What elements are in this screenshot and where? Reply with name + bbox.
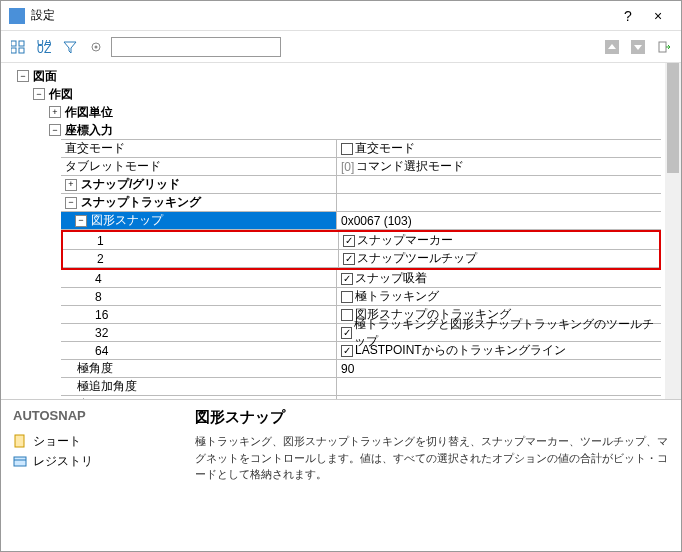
prop-val: コマンド選択モード	[356, 158, 464, 175]
checkbox-unchecked[interactable]	[341, 143, 353, 155]
svg-rect-1	[19, 41, 24, 46]
titlebar: 設定 ? ×	[1, 1, 681, 31]
prop-bit-32[interactable]: 32 ✓極トラッキングと図形スナップトラッキングのツールチップ	[61, 324, 661, 342]
expand-icon[interactable]: +	[65, 179, 77, 191]
info-panel: AUTOSNAP ショート レジストリ 図形スナップ 極トラッキング、図形スナッ…	[1, 399, 681, 475]
settings-tree[interactable]: −図面 −作図 +作図単位 −座標入力 直交モード 直交モード タブレットモード…	[1, 63, 681, 399]
filter-icon[interactable]	[59, 36, 81, 58]
svg-rect-0	[11, 41, 16, 46]
link-short[interactable]: ショート	[13, 431, 183, 451]
prop-key: 32	[95, 326, 108, 340]
prop-key: 直交モード	[65, 140, 125, 157]
gear-icon[interactable]	[85, 36, 107, 58]
description: 図形スナップ 極トラッキング、図形スナップトラッキングを切り替え、スナップマーカ…	[195, 408, 669, 467]
prop-bit-2[interactable]: 2 ✓スナップツールチップ	[63, 250, 659, 268]
link-label: ショート	[33, 433, 81, 450]
export-icon[interactable]	[653, 36, 675, 58]
window-title: 設定	[31, 7, 613, 24]
document-icon	[13, 434, 27, 448]
prop-val: 0x0001 (1)	[341, 398, 398, 400]
svg-text:0: 0	[37, 42, 44, 54]
registry-icon	[13, 454, 27, 468]
prop-bit-1[interactable]: 1 ✓スナップマーカー	[63, 232, 659, 250]
svg-rect-13	[15, 435, 24, 447]
collapse-icon[interactable]: −	[75, 215, 87, 227]
svg-rect-14	[14, 457, 26, 466]
checkbox-checked[interactable]: ✓	[341, 345, 353, 357]
tree-label: 作図単位	[65, 104, 113, 121]
prop-key: タブレットモード	[65, 158, 161, 175]
tree-label: 作図	[49, 86, 73, 103]
expand-icon[interactable]: +	[49, 106, 61, 118]
prop-val: LASTPOINTからのトラッキングライン	[355, 342, 566, 359]
up-icon[interactable]	[601, 36, 623, 58]
prop-snapgrid[interactable]: +スナップ/グリッド	[61, 176, 661, 194]
autosnap-heading: AUTOSNAP	[13, 408, 183, 423]
prop-key: 極モード	[81, 396, 129, 399]
checkbox-unchecked[interactable]	[341, 291, 353, 303]
prop-key: スナップ/グリッド	[81, 176, 180, 193]
prop-val: スナップ吸着	[355, 270, 427, 287]
prop-key: 1	[97, 234, 104, 248]
expand-icon[interactable]: +	[65, 399, 77, 400]
checkbox-checked[interactable]: ✓	[341, 273, 353, 285]
desc-heading: 図形スナップ	[195, 408, 669, 427]
tree-label: 図面	[33, 68, 57, 85]
prop-osnap-selected[interactable]: −図形スナップ 0x0067 (103)	[61, 212, 661, 230]
highlighted-rows: 1 ✓スナップマーカー 2 ✓スナップツールチップ	[61, 230, 661, 270]
scroll-thumb[interactable]	[667, 63, 679, 173]
prop-key: 極角度	[77, 360, 113, 377]
prop-key: 2	[97, 252, 104, 266]
prop-val: 直交モード	[355, 140, 415, 157]
svg-rect-2	[11, 48, 16, 53]
checkbox-checked[interactable]: ✓	[343, 235, 355, 247]
down-icon[interactable]	[627, 36, 649, 58]
svg-point-9	[95, 45, 98, 48]
prop-val: 極トラッキング	[355, 288, 439, 305]
prop-val: 0x0067 (103)	[341, 214, 412, 228]
prop-snaptrack[interactable]: −スナップトラッキング	[61, 194, 661, 212]
prop-key: 4	[95, 272, 102, 286]
desc-text: 極トラッキング、図形スナップトラッキングを切り替え、スナップマーカー、ツールチッ…	[195, 433, 669, 483]
collapse-icon[interactable]: −	[17, 70, 29, 82]
prop-key: 64	[95, 344, 108, 358]
main-area: −図面 −作図 +作図単位 −座標入力 直交モード 直交モード タブレットモード…	[1, 63, 681, 475]
prop-key: 図形スナップ	[91, 212, 163, 229]
tree-node-root[interactable]: −図面	[1, 67, 681, 85]
collapse-icon[interactable]: −	[49, 124, 61, 136]
scrollbar[interactable]	[665, 63, 681, 399]
prop-ortho[interactable]: 直交モード 直交モード	[61, 140, 661, 158]
prop-key: 16	[95, 308, 108, 322]
checkbox-unchecked[interactable]	[341, 309, 353, 321]
link-registry[interactable]: レジストリ	[13, 451, 183, 471]
sort-icon[interactable]: 0A0Z	[33, 36, 55, 58]
svg-text:Z: Z	[44, 42, 51, 54]
prop-polang[interactable]: 極角度 90	[61, 360, 661, 378]
tree-view-icon[interactable]	[7, 36, 29, 58]
app-icon	[9, 8, 25, 24]
prop-key: スナップトラッキング	[81, 194, 201, 211]
search-input[interactable]	[111, 37, 281, 57]
prop-key: 極追加角度	[77, 378, 137, 395]
tree-node-coord[interactable]: −座標入力	[1, 121, 681, 139]
checkbox-checked[interactable]: ✓	[343, 253, 355, 265]
toolbar: 0A0Z	[1, 31, 681, 63]
prop-bit-64[interactable]: 64 ✓LASTPOINTからのトラッキングライン	[61, 342, 661, 360]
collapse-icon[interactable]: −	[65, 197, 77, 209]
prop-bit-4[interactable]: 4 ✓スナップ吸着	[61, 270, 661, 288]
prop-val: スナップマーカー	[357, 232, 453, 249]
checkbox-checked[interactable]: ✓	[341, 327, 352, 339]
side-links: AUTOSNAP ショート レジストリ	[13, 408, 183, 467]
collapse-icon[interactable]: −	[33, 88, 45, 100]
prop-tablet[interactable]: タブレットモード [0]コマンド選択モード	[61, 158, 661, 176]
prop-bit-8[interactable]: 8 極トラッキング	[61, 288, 661, 306]
prop-poladd[interactable]: 極追加角度	[61, 378, 661, 396]
prop-polmode[interactable]: +極モード 0x0001 (1)	[61, 396, 661, 399]
close-button[interactable]: ×	[643, 8, 673, 24]
prop-key: 8	[95, 290, 102, 304]
tree-node-drawing[interactable]: −作図	[1, 85, 681, 103]
tree-node-units[interactable]: +作図単位	[1, 103, 681, 121]
help-button[interactable]: ?	[613, 8, 643, 24]
prop-code: [0]	[341, 160, 354, 174]
link-label: レジストリ	[33, 453, 93, 470]
